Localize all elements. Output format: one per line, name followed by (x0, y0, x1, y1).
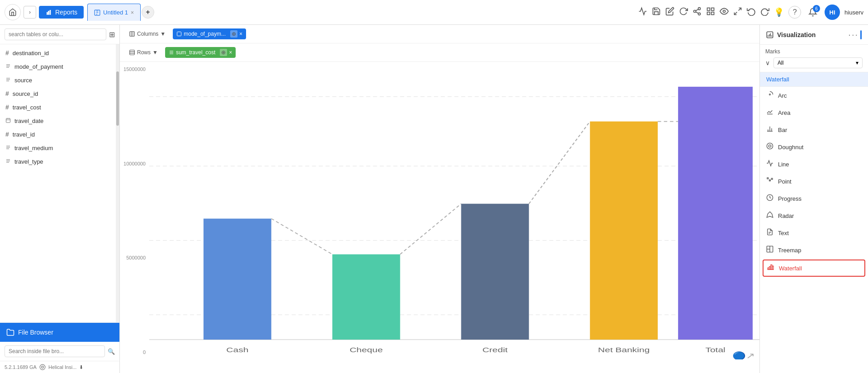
viz-item-radar[interactable]: Radar (760, 207, 868, 224)
sidebar-item-source[interactable]: source (0, 73, 116, 87)
expand-button[interactable]: › (24, 6, 36, 19)
refresh-icon[interactable] (679, 7, 688, 18)
sidebar-item-travel_id[interactable]: #travel_id (0, 127, 116, 141)
waterfall-active-tab[interactable]: Waterfall (760, 72, 868, 87)
rows-row: Rows ▼ sum_travel_cost ⊕ × (120, 43, 759, 62)
svg-rect-14 (711, 8, 714, 10)
viz-item-line[interactable]: Line (760, 156, 868, 173)
viz-item-doughnut[interactable]: Doughnut (760, 138, 868, 156)
home-button[interactable] (5, 4, 21, 20)
sidebar-item-travel_date[interactable]: travel_date (0, 114, 116, 127)
viz-item-bar[interactable]: Bar (760, 121, 868, 138)
active-indicator (860, 30, 862, 39)
bulb-icon[interactable]: 💡 (774, 7, 784, 17)
notification-badge: 6 (813, 5, 820, 12)
text-icon (5, 63, 11, 70)
file-browser-button[interactable]: File Browser (0, 323, 119, 342)
viz-item-arc[interactable]: Arc (760, 87, 868, 104)
avatar[interactable]: HI (825, 5, 840, 20)
sidebar-item-destination_id[interactable]: #destination_id (0, 46, 116, 60)
rows-tag-move-icon[interactable]: ⊕ (220, 49, 227, 56)
edit-icon[interactable] (665, 7, 674, 18)
sidebar-item-travel_medium[interactable]: travel_medium (0, 141, 116, 155)
svg-line-18 (739, 8, 741, 10)
x-label-total: Total (705, 345, 725, 354)
svg-line-19 (735, 12, 737, 14)
marks-chevron-down[interactable]: ∨ (765, 59, 770, 66)
marks-dropdown[interactable]: All ▾ (773, 57, 863, 68)
viz-item-label: Treemap (778, 247, 802, 254)
reports-button[interactable]: Reports (39, 6, 84, 19)
viz-item-treemap[interactable]: Treemap (760, 241, 868, 259)
x-label-cheque: Cheque (350, 345, 383, 354)
chart-icon[interactable] (638, 7, 647, 18)
svg-line-12 (696, 9, 698, 10)
rows-tag-close-button[interactable]: × (229, 49, 232, 56)
sidebar-item-travel_cost[interactable]: #travel_cost (0, 100, 116, 114)
hash-icon: # (5, 49, 9, 57)
more-options-button[interactable]: ··· (848, 29, 859, 40)
calendar-icon (5, 117, 11, 124)
viz-item-point[interactable]: Point (760, 173, 868, 190)
sidebar-item-source_id[interactable]: #source_id (0, 87, 116, 100)
sidebar-scrollbar[interactable] (116, 44, 119, 322)
svg-text:🔵: 🔵 (732, 351, 746, 359)
viz-item-label: Progress (778, 195, 802, 202)
grid-view-icon[interactable]: ⊞ (109, 30, 115, 39)
columns-dropdown-arrow[interactable]: ▼ (160, 31, 166, 37)
hash-icon: # (5, 90, 9, 97)
rows-dropdown-arrow[interactable]: ▼ (152, 49, 158, 56)
sidebar-scrollbar-thumb (116, 71, 119, 126)
treemap-icon (766, 246, 773, 255)
file-search-icon[interactable]: 🔍 (108, 348, 115, 355)
undo-icon[interactable] (747, 7, 756, 18)
helical-label: Helical Insi... (48, 364, 76, 370)
topbar: › Reports Untitled 1 × + (0, 0, 868, 25)
viz-item-text[interactable]: Text (760, 224, 868, 241)
save-icon[interactable] (652, 7, 661, 18)
viz-item-area[interactable]: Area (760, 104, 868, 121)
svg-point-8 (698, 7, 701, 9)
rows-tag[interactable]: sum_travel_cost ⊕ × (165, 47, 236, 58)
file-search-input[interactable] (5, 345, 105, 357)
notifications-button[interactable]: 6 (806, 5, 820, 19)
content-area: Columns ▼ mode_of_paym... ⊕ × Rows ▼ (120, 25, 759, 373)
username-label[interactable]: hiuserv (844, 9, 863, 16)
viz-item-waterfall[interactable]: Waterfall (763, 260, 865, 277)
sidebar-item-mode_of_payment[interactable]: mode_of_payment (0, 60, 116, 73)
sidebar-bottom: File Browser 🔍 5.2.1.1689 GA Helical Ins… (0, 322, 119, 373)
help-icon[interactable]: ? (788, 6, 801, 19)
viz-item-label: Waterfall (779, 265, 802, 272)
active-tab[interactable]: Untitled 1 × (87, 4, 141, 21)
columns-row: Columns ▼ mode_of_paym... ⊕ × (120, 25, 759, 43)
columns-tag-move-icon[interactable]: ⊕ (230, 30, 237, 38)
viz-item-progress[interactable]: Progress (760, 190, 868, 207)
layout-icon[interactable] (706, 7, 715, 18)
sidebar-item-travel_type[interactable]: travel_type (0, 155, 116, 168)
fullscreen-icon[interactable] (733, 7, 742, 18)
sidebar-item-label: mode_of_payment (14, 63, 63, 70)
sidebar-item-label: travel_medium (14, 145, 53, 151)
svg-rect-13 (707, 8, 710, 10)
progress-icon (766, 194, 773, 203)
sidebar: ⊞ #destination_id mode_of_payment source… (0, 25, 120, 373)
svg-point-10 (698, 13, 701, 15)
share-icon[interactable] (693, 7, 702, 18)
x-label-cash: Cash (226, 345, 248, 354)
tab-close-button[interactable]: × (131, 9, 134, 16)
tab-add-button[interactable]: + (142, 6, 154, 19)
svg-text:↗: ↗ (746, 351, 755, 359)
preview-icon[interactable] (720, 7, 729, 18)
sidebar-search-input[interactable] (5, 28, 106, 40)
columns-tag[interactable]: mode_of_paym... ⊕ × (173, 28, 246, 39)
svg-line-53 (271, 219, 332, 255)
redo-icon[interactable] (760, 7, 769, 18)
svg-point-70 (767, 143, 773, 149)
doughnut-icon (766, 142, 773, 151)
reports-label: Reports (55, 9, 77, 16)
helical-icon (39, 364, 46, 370)
sidebar-item-label: source_id (13, 90, 38, 97)
columns-tag-close-button[interactable]: × (239, 31, 242, 37)
download-icon[interactable]: ⬇ (79, 364, 83, 370)
sidebar-search-area: ⊞ (0, 25, 119, 44)
